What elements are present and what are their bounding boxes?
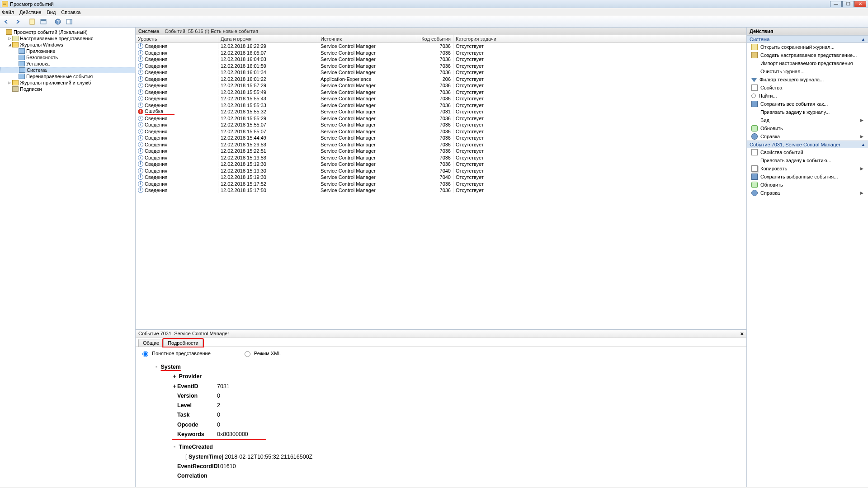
radio-xml[interactable] bbox=[245, 351, 250, 357]
info-icon bbox=[138, 116, 143, 121]
action-item[interactable]: Привязать задачу к событию... bbox=[747, 156, 868, 164]
table-row[interactable]: Сведения12.02.2018 15:55:07Service Contr… bbox=[136, 122, 746, 128]
tree-node[interactable]: Подписки bbox=[0, 86, 135, 92]
grid-body[interactable]: Сведения12.02.2018 16:22:29Service Contr… bbox=[136, 43, 746, 329]
tree-node[interactable]: Система bbox=[0, 67, 135, 73]
toggle-system[interactable]: - bbox=[154, 362, 159, 372]
table-row[interactable]: Сведения12.02.2018 15:19:30Service Contr… bbox=[136, 168, 746, 174]
help-button[interactable]: ? bbox=[53, 17, 63, 26]
menu-file[interactable]: Файл bbox=[2, 9, 14, 15]
action-item[interactable]: Свойства bbox=[747, 84, 868, 92]
menu-action[interactable]: Действие bbox=[19, 9, 41, 15]
detail-content[interactable]: - System + Provider +EventID7031 Version… bbox=[136, 360, 746, 487]
cell-datetime: 12.02.2018 15:19:53 bbox=[218, 155, 318, 160]
table-row[interactable]: Сведения12.02.2018 16:22:29Service Contr… bbox=[136, 43, 746, 50]
action-label: Очистить журнал... bbox=[760, 69, 805, 74]
grid-header[interactable]: Уровень Дата и время Источник Код событи… bbox=[136, 35, 746, 43]
table-row[interactable]: Сведения12.02.2018 16:05:07Service Contr… bbox=[136, 50, 746, 56]
table-row[interactable]: Сведения12.02.2018 15:55:07Service Contr… bbox=[136, 128, 746, 135]
table-row[interactable]: Сведения12.02.2018 15:57:29Service Contr… bbox=[136, 82, 746, 89]
action-item[interactable]: Обновить bbox=[747, 124, 868, 132]
menu-view[interactable]: Вид bbox=[47, 9, 56, 15]
cell-category: Отсутствует bbox=[453, 70, 746, 75]
action-item[interactable]: Найти... bbox=[747, 92, 868, 100]
action-item[interactable]: Справка▶ bbox=[747, 132, 868, 141]
action-item[interactable]: Создать настраиваемое представление... bbox=[747, 51, 868, 59]
actions-group-event[interactable]: Событие 7031, Service Control Manager ▲ bbox=[747, 141, 868, 148]
info-icon bbox=[138, 155, 143, 160]
action-item[interactable]: Свойства событий bbox=[747, 148, 868, 156]
tree-node[interactable]: Безопасность bbox=[0, 54, 135, 61]
tree-node[interactable]: ▷Журналы приложений и служб bbox=[0, 80, 135, 86]
table-row[interactable]: Сведения12.02.2018 15:55:43Service Contr… bbox=[136, 95, 746, 102]
toggle-provider[interactable]: + bbox=[172, 372, 177, 381]
radio-xml-label[interactable]: Режим XML bbox=[242, 350, 281, 357]
radio-friendly[interactable] bbox=[142, 351, 148, 357]
col-source[interactable]: Источник bbox=[318, 35, 417, 42]
action-item[interactable]: Сохранить выбранные события... bbox=[747, 173, 868, 181]
table-row[interactable]: Сведения12.02.2018 16:04:03Service Contr… bbox=[136, 56, 746, 63]
action-item[interactable]: Привязать задачу к журналу... bbox=[747, 108, 868, 116]
action-item[interactable]: Фильтр текущего журнала... bbox=[747, 75, 868, 84]
action-item[interactable]: Сохранить все события как... bbox=[747, 100, 868, 108]
tree-twisty[interactable]: ▷ bbox=[7, 80, 12, 86]
table-row[interactable]: Сведения12.02.2018 15:19:30Service Contr… bbox=[136, 174, 746, 181]
tab-details[interactable]: Подробности bbox=[163, 339, 203, 347]
table-row[interactable]: Сведения12.02.2018 15:55:33Service Contr… bbox=[136, 102, 746, 109]
table-row[interactable]: Сведения12.02.2018 15:19:30Service Contr… bbox=[136, 161, 746, 168]
table-row[interactable]: Сведения12.02.2018 15:19:53Service Contr… bbox=[136, 155, 746, 161]
tree-node[interactable]: ◢Журналы Windows bbox=[0, 42, 135, 48]
menu-help[interactable]: Справка bbox=[61, 9, 80, 15]
toggle-eventid[interactable]: + bbox=[172, 382, 177, 391]
tree-twisty[interactable]: ▷ bbox=[7, 35, 12, 42]
table-row[interactable]: Сведения12.02.2018 15:22:51Service Contr… bbox=[136, 148, 746, 155]
col-category[interactable]: Категория задачи bbox=[453, 35, 746, 42]
info-icon bbox=[138, 148, 143, 154]
table-row[interactable]: Сведения12.02.2018 15:17:52Service Contr… bbox=[136, 181, 746, 188]
navigation-tree[interactable]: Просмотр событий (Локальный)▷Настраиваем… bbox=[0, 28, 136, 487]
action-item[interactable]: Копировать▶ bbox=[747, 164, 868, 173]
toggle-timecreated[interactable]: - bbox=[172, 442, 177, 452]
table-row[interactable]: Ошибка12.02.2018 15:55:32Service Control… bbox=[136, 108, 746, 115]
close-button[interactable]: ✕ bbox=[854, 1, 866, 7]
table-row[interactable]: Сведения12.02.2018 16:01:59Service Contr… bbox=[136, 63, 746, 70]
back-button[interactable] bbox=[1, 17, 11, 26]
panel-button[interactable] bbox=[64, 17, 74, 26]
table-row[interactable]: Сведения12.02.2018 15:44:49Service Contr… bbox=[136, 135, 746, 141]
table-row[interactable]: Сведения12.02.2018 15:17:50Service Contr… bbox=[136, 187, 746, 194]
action-item[interactable]: Открыть сохраненный журнал... bbox=[747, 43, 868, 51]
table-row[interactable]: Сведения12.02.2018 15:55:49Service Contr… bbox=[136, 89, 746, 96]
action-item[interactable]: Импорт настраиваемого представления bbox=[747, 59, 868, 67]
tree-node[interactable]: ▷Настраиваемые представления bbox=[0, 35, 135, 42]
forward-button[interactable] bbox=[13, 17, 23, 26]
actions-group-system[interactable]: Система ▲ bbox=[747, 35, 868, 43]
tree-node[interactable]: Просмотр событий (Локальный) bbox=[0, 29, 135, 35]
action-button[interactable] bbox=[27, 17, 37, 26]
table-row[interactable]: Сведения12.02.2018 15:29:53Service Contr… bbox=[136, 141, 746, 148]
action-item[interactable]: Очистить журнал... bbox=[747, 67, 868, 75]
properties-button[interactable] bbox=[38, 17, 48, 26]
tree-node[interactable]: Установка bbox=[0, 61, 135, 67]
cell-datetime: 12.02.2018 15:44:49 bbox=[218, 135, 318, 141]
minimize-button[interactable]: — bbox=[830, 1, 842, 7]
col-datetime[interactable]: Дата и время bbox=[218, 35, 318, 42]
tree-node[interactable]: Приложение bbox=[0, 48, 135, 54]
col-eventid[interactable]: Код события bbox=[417, 35, 453, 42]
detail-close-button[interactable]: × bbox=[740, 330, 744, 337]
table-row[interactable]: Сведения12.02.2018 16:01:22Application-E… bbox=[136, 76, 746, 83]
action-item[interactable]: Справка▶ bbox=[747, 189, 868, 197]
table-row[interactable]: Сведения12.02.2018 15:55:29Service Contr… bbox=[136, 115, 746, 122]
maximize-button[interactable]: ❐ bbox=[842, 1, 854, 7]
tree-twisty[interactable]: ◢ bbox=[7, 42, 12, 48]
cell-eventid: 7036 bbox=[417, 122, 453, 127]
tree-node[interactable]: Перенаправленные события bbox=[0, 73, 135, 80]
v-task: 0 bbox=[217, 410, 220, 420]
action-item[interactable]: Обновить bbox=[747, 181, 868, 189]
actions-group2-label: Событие 7031, Service Control Manager bbox=[750, 142, 840, 147]
col-level[interactable]: Уровень bbox=[136, 35, 218, 42]
tree-label: Подписки bbox=[20, 86, 42, 92]
action-item[interactable]: Вид▶ bbox=[747, 116, 868, 124]
tab-general[interactable]: Общие bbox=[138, 339, 164, 347]
radio-friendly-label[interactable]: Понятное представление bbox=[140, 350, 211, 357]
table-row[interactable]: Сведения12.02.2018 16:01:34Service Contr… bbox=[136, 69, 746, 76]
